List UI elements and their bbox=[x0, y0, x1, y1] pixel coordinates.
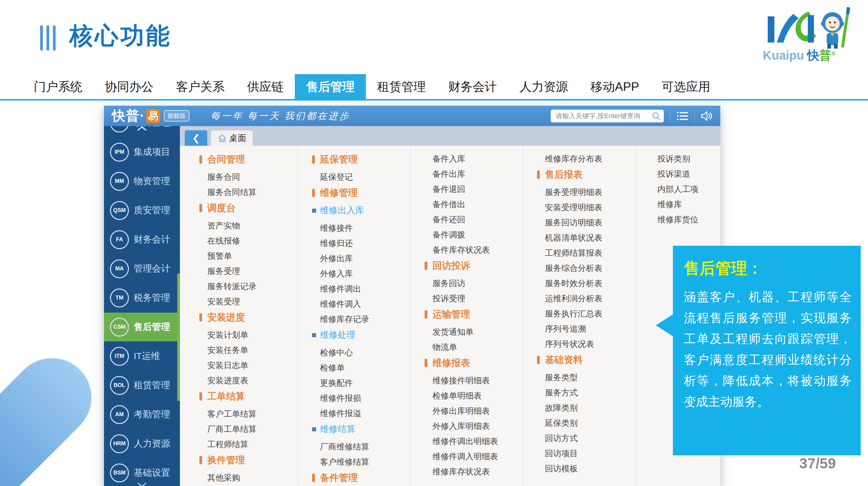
menu-item-备件还回[interactable]: 备件还回 bbox=[425, 212, 523, 227]
menu-item-维修库存状况表[interactable]: 维修库存状况表 bbox=[425, 464, 523, 479]
menu-item-资产实物[interactable]: 资产实物 bbox=[199, 218, 298, 233]
menu-item-外修入库[interactable]: 外修入库 bbox=[312, 266, 410, 281]
menu-item-故障类别[interactable]: 故障类别 bbox=[537, 400, 635, 416]
tab-desktop[interactable]: 桌面 bbox=[211, 130, 253, 146]
menu-category-合同管理[interactable]: 合同管理 bbox=[199, 152, 298, 167]
menu-category-基础资料[interactable]: 基础资料 bbox=[537, 352, 635, 367]
menu-item-延保登记[interactable]: 延保登记 bbox=[312, 169, 410, 185]
tab-人力资源[interactable]: 人力资源 bbox=[508, 74, 579, 99]
menu-item-投诉受理[interactable]: 投诉受理 bbox=[425, 291, 523, 306]
search-input[interactable] bbox=[555, 112, 652, 120]
speaker-icon[interactable] bbox=[701, 110, 713, 122]
scroll-down-icon[interactable] bbox=[137, 482, 147, 486]
search-icon[interactable] bbox=[652, 111, 661, 121]
menu-item-运维利润分析表[interactable]: 运维利润分析表 bbox=[537, 291, 635, 306]
menu-item-维修库货位[interactable]: 维修库货位 bbox=[649, 212, 720, 227]
menu-item-工程师结算[interactable]: 工程师结算 bbox=[199, 437, 298, 452]
menu-item-维修库[interactable]: 维修库 bbox=[649, 197, 720, 212]
menu-item-物流单[interactable]: 物流单 bbox=[425, 339, 523, 355]
menu-item-工程师结算报表[interactable]: 工程师结算报表 bbox=[537, 246, 635, 261]
menu-item-备件退回[interactable]: 备件退回 bbox=[425, 182, 523, 197]
menu-item-服务回访明细表[interactable]: 服务回访明细表 bbox=[537, 215, 635, 230]
menu-item-备件库存状况表[interactable]: 备件库存状况表 bbox=[425, 242, 523, 258]
menu-item-更换配件[interactable]: 更换配件 bbox=[312, 376, 410, 391]
menu-item-客户维修结算[interactable]: 客户维修结算 bbox=[312, 454, 410, 469]
menu-item-回访模板[interactable]: 回访模板 bbox=[537, 461, 635, 476]
sidebar-item-hrm[interactable]: HRM人力资源 bbox=[104, 429, 180, 458]
menu-item-维修件报损[interactable]: 维修件报损 bbox=[312, 391, 410, 406]
menu-item-维修件调入[interactable]: 维修件调入 bbox=[312, 296, 410, 312]
menu-item-在线报修[interactable]: 在线报修 bbox=[199, 233, 298, 249]
menu-item-服务执行汇总表[interactable]: 服务执行汇总表 bbox=[537, 306, 635, 321]
menu-item-维修库存记录[interactable]: 维修库存记录 bbox=[312, 312, 410, 327]
menu-item-序列号追溯[interactable]: 序列号追溯 bbox=[537, 321, 635, 336]
sidebar-item-qsm[interactable]: QSM质安管理 bbox=[104, 196, 180, 225]
menu-item-服务综合分析表[interactable]: 服务综合分析表 bbox=[537, 261, 635, 276]
menu-item-回访方式[interactable]: 回访方式 bbox=[537, 431, 635, 446]
menu-item-服务时效分析表[interactable]: 服务时效分析表 bbox=[537, 276, 635, 291]
menu-item-安装日志单[interactable]: 安装日志单 bbox=[199, 358, 298, 373]
menu-category-安装进度[interactable]: 安装进度 bbox=[199, 310, 298, 325]
menu-item-检修单明细表[interactable]: 检修单明细表 bbox=[425, 388, 523, 403]
menu-item-安装受理明细表[interactable]: 安装受理明细表 bbox=[537, 200, 635, 215]
menu-item-发货通知单[interactable]: 发货通知单 bbox=[425, 324, 523, 339]
sidebar-item-ma[interactable]: MA管理会计 bbox=[104, 254, 180, 283]
scroll-up-icon[interactable] bbox=[137, 126, 147, 131]
menu-item-延保类别[interactable]: 延保类别 bbox=[537, 416, 635, 431]
sidebar-item-bol[interactable]: BOL租赁管理 bbox=[104, 371, 180, 400]
menu-item-预警单[interactable]: 预警单 bbox=[199, 249, 298, 264]
menu-category-维修报表[interactable]: 维修报表 bbox=[425, 355, 523, 370]
menu-category-工单结算[interactable]: 工单结算 bbox=[199, 389, 298, 404]
menu-item-服务受理[interactable]: 服务受理 bbox=[199, 264, 298, 279]
tab-客户关系[interactable]: 客户关系 bbox=[165, 74, 236, 99]
tab-供应链[interactable]: 供应链 bbox=[236, 74, 295, 99]
menu-item-备件借出[interactable]: 备件借出 bbox=[425, 197, 523, 212]
search-box[interactable] bbox=[551, 110, 664, 122]
back-button[interactable]: ❮ bbox=[185, 130, 207, 146]
menu-item-检修中心[interactable]: 检修中心 bbox=[312, 345, 410, 360]
menu-item-序列号状况表[interactable]: 序列号状况表 bbox=[537, 336, 635, 352]
menu-item-外修出库[interactable]: 外修出库 bbox=[312, 251, 410, 266]
menu-item-其他采购[interactable]: 其他采购 bbox=[199, 470, 298, 485]
menu-item-维修件调出[interactable]: 维修件调出 bbox=[312, 281, 410, 296]
menu-item-厂商工单结算[interactable]: 厂商工单结算 bbox=[199, 422, 298, 437]
menu-item-外修入库明细表[interactable]: 外修入库明细表 bbox=[425, 419, 523, 434]
menu-category-换件管理[interactable]: 换件管理 bbox=[199, 453, 298, 468]
menu-category-延保管理[interactable]: 延保管理 bbox=[312, 152, 410, 167]
menu-subcategory-维修出入库[interactable]: 维修出入库 bbox=[312, 203, 410, 218]
menu-item-外修出库明细表[interactable]: 外修出库明细表 bbox=[425, 403, 523, 419]
sidebar-item-itm[interactable]: ITMIT运维 bbox=[104, 342, 180, 371]
menu-item-机器清单状况表[interactable]: 机器清单状况表 bbox=[537, 230, 635, 246]
menu-item-安装受理[interactable]: 安装受理 bbox=[199, 294, 298, 309]
menu-item-安装任务单[interactable]: 安装任务单 bbox=[199, 343, 298, 358]
menu-item-维修件报溢[interactable]: 维修件报溢 bbox=[312, 406, 410, 421]
menu-item-维修接件[interactable]: 维修接件 bbox=[312, 221, 410, 236]
menu-item-服务转派记录[interactable]: 服务转派记录 bbox=[199, 279, 298, 294]
sidebar-item-mm[interactable]: MM物资管理 bbox=[104, 167, 180, 196]
sidebar-item-fa[interactable]: FA财务会计 bbox=[104, 225, 180, 254]
menu-category-调度台[interactable]: 调度台 bbox=[199, 200, 298, 216]
menu-item-检修单[interactable]: 检修单 bbox=[312, 360, 410, 376]
menu-category-运输管理[interactable]: 运输管理 bbox=[425, 307, 523, 322]
menu-item-维修件调入明细表[interactable]: 维修件调入明细表 bbox=[425, 449, 523, 464]
menu-item-安装计划单[interactable]: 安装计划单 bbox=[199, 327, 298, 343]
menu-item-备件调拨[interactable]: 备件调拨 bbox=[425, 227, 523, 242]
menu-category-维修管理[interactable]: 维修管理 bbox=[312, 185, 410, 200]
menu-item-回访项目[interactable]: 回访项目 bbox=[537, 446, 635, 461]
menu-item-维修归还[interactable]: 维修归还 bbox=[312, 236, 410, 251]
menu-item-安装进度表[interactable]: 安装进度表 bbox=[199, 373, 298, 388]
tab-售后管理[interactable]: 售后管理 bbox=[295, 74, 366, 99]
sidebar-item-tm[interactable]: TM税务管理 bbox=[104, 283, 180, 313]
tab-门户系统[interactable]: 门户系统 bbox=[23, 74, 94, 99]
sidebar-item-ipm[interactable]: IPM集成项目 bbox=[104, 138, 180, 167]
menu-subcategory-维修结算[interactable]: 维修结算 bbox=[312, 422, 410, 437]
menu-item-维修接件明细表[interactable]: 维修接件明细表 bbox=[425, 373, 523, 388]
menu-item-维修件调出明细表[interactable]: 维修件调出明细表 bbox=[425, 434, 523, 449]
menu-subcategory-维修处理[interactable]: 维修处理 bbox=[312, 327, 410, 343]
sidebar-item-bsm[interactable]: BSM基础设置 bbox=[104, 458, 180, 486]
tab-租赁管理[interactable]: 租赁管理 bbox=[366, 74, 437, 99]
menu-item-服务回访[interactable]: 服务回访 bbox=[425, 276, 523, 291]
menu-item-服务合同结算[interactable]: 服务合同结算 bbox=[199, 185, 298, 200]
menu-item-厂商维修结算[interactable]: 厂商维修结算 bbox=[312, 439, 410, 454]
sidebar-scrollbar[interactable] bbox=[177, 273, 180, 401]
